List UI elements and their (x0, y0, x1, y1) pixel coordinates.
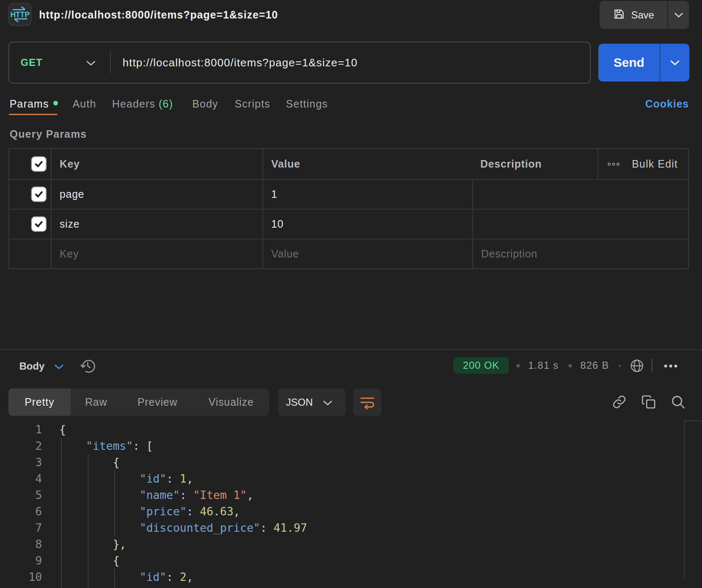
table-header-row: Key Value Description Bulk Edit (9, 149, 688, 179)
request-url-bar: GET http://localhost:8000/items?page=1&s… (8, 42, 591, 84)
row-checkbox-cell (9, 239, 51, 268)
row-checkbox-cell (9, 210, 51, 239)
format-select-label: JSON (286, 388, 313, 416)
editor-scrollbar-track[interactable] (684, 420, 685, 579)
send-button-label: Send (613, 55, 644, 70)
tab-headers[interactable]: Headers (6) (112, 97, 173, 111)
row-checkbox[interactable] (31, 216, 47, 232)
active-tab-underline (9, 114, 58, 115)
code-line-text: "id": 1, (59, 470, 193, 487)
chevron-down-icon[interactable] (54, 364, 64, 371)
param-description-cell[interactable] (472, 210, 688, 239)
status-badge[interactable]: 200 OK (453, 357, 509, 374)
tab-body[interactable]: Body (192, 97, 218, 111)
line-number: 1 (0, 421, 42, 438)
code-line-text: }, (59, 536, 126, 552)
column-header-key: Key (51, 149, 262, 179)
save-dropdown-button[interactable] (668, 1, 689, 29)
response-body-dropdown-label[interactable]: Body (19, 359, 45, 373)
line-number: 10 (0, 569, 42, 585)
svg-text:HTTP: HTTP (10, 10, 30, 19)
bulk-edit-button[interactable]: Bulk Edit (597, 149, 688, 179)
url-input[interactable]: http://localhost:8000/items?page=1&size=… (123, 42, 358, 83)
param-key-cell[interactable]: size (51, 210, 262, 239)
code-line: 5 "name": "Item 1", (0, 487, 702, 503)
wrap-text-button[interactable] (353, 388, 382, 416)
code-line-text: "items": [ (59, 438, 153, 454)
save-button[interactable]: Save (600, 1, 689, 29)
request-tabs: Params Auth Headers (6) Body Scripts Set… (0, 97, 702, 111)
column-header-description: Description (472, 149, 597, 179)
param-key-placeholder[interactable]: Key (51, 239, 262, 268)
save-icon (613, 8, 626, 22)
response-history-icon[interactable] (80, 358, 96, 374)
view-tab-visualize[interactable]: Visualize (193, 388, 269, 416)
header-checkbox-cell (9, 149, 51, 179)
chevron-down-icon (674, 13, 683, 18)
response-time[interactable]: 1.81 s (528, 357, 559, 374)
toolbar-separator (652, 359, 652, 373)
tab-scripts[interactable]: Scripts (235, 97, 270, 111)
editor-scrollbar-corner (684, 420, 702, 421)
view-tab-preview[interactable]: Preview (122, 388, 193, 416)
param-value-cell[interactable]: 10 (262, 210, 472, 239)
method-select[interactable]: GET (9, 42, 111, 83)
meta-separator-dot (618, 365, 621, 367)
code-line-text: { (59, 454, 120, 470)
checkmark-icon (36, 192, 42, 197)
view-tab-pretty[interactable]: Pretty (8, 388, 71, 416)
query-params-title: Query Params (10, 128, 87, 140)
code-line-text: "price": 46.63, (59, 503, 240, 520)
param-value-cell[interactable]: 1 (262, 180, 472, 209)
tab-settings[interactable]: Settings (286, 97, 328, 111)
checkmark-icon (36, 222, 42, 227)
code-line: 4 "id": 1, (0, 470, 702, 487)
chevron-down-icon (670, 60, 680, 66)
select-all-checkbox[interactable] (31, 156, 47, 172)
chevron-down-icon (86, 60, 96, 68)
code-line: 9 { (0, 552, 702, 569)
network-globe-icon[interactable] (629, 358, 645, 374)
chevron-down-icon (323, 400, 333, 407)
code-line: 2 "items": [ (0, 438, 702, 454)
param-row-empty: Key Value Description (9, 239, 688, 268)
tab-params[interactable]: Params (10, 97, 49, 111)
copy-link-icon[interactable] (611, 394, 627, 410)
indent-guide (114, 470, 115, 536)
row-checkbox[interactable] (31, 186, 47, 202)
code-line: 6 "price": 46.63, (0, 503, 702, 520)
line-number: 5 (0, 487, 42, 503)
response-more-options-icon[interactable] (664, 365, 677, 368)
param-row: page 1 (9, 179, 688, 209)
line-number: 2 (0, 438, 42, 454)
params-active-dot (53, 101, 58, 105)
param-description-cell[interactable] (472, 180, 688, 209)
send-button[interactable]: Send (598, 44, 689, 81)
send-button-main[interactable]: Send (598, 55, 660, 70)
code-line-text: { (59, 552, 120, 569)
save-button-main[interactable]: Save (600, 1, 667, 29)
indent-guide (61, 438, 62, 588)
line-number: 3 (0, 454, 42, 470)
more-options-icon (608, 163, 620, 166)
tab-auth[interactable]: Auth (73, 97, 96, 111)
param-key-cell[interactable]: page (51, 180, 262, 209)
cookies-link[interactable]: Cookies (645, 97, 689, 111)
search-response-icon[interactable] (670, 394, 686, 410)
section-divider[interactable] (0, 349, 702, 350)
view-tab-raw[interactable]: Raw (71, 388, 122, 416)
meta-separator-dot (568, 364, 572, 368)
line-number: 7 (0, 520, 42, 536)
param-description-placeholder[interactable]: Description (472, 239, 688, 268)
send-dropdown-button[interactable] (660, 60, 689, 66)
wrap-text-icon (359, 395, 375, 410)
copy-response-icon[interactable] (641, 394, 657, 410)
param-value-placeholder[interactable]: Value (262, 239, 472, 268)
response-size[interactable]: 826 B (580, 357, 609, 374)
code-line-text: "discounted_price": 41.97 (59, 520, 307, 536)
code-line: 7 "discounted_price": 41.97 (0, 520, 702, 536)
code-line-text: "id": 2, (59, 569, 193, 585)
code-line-text: { (59, 421, 66, 438)
response-body-editor[interactable]: 1{2 "items": [3 {4 "id": 1,5 "name": "It… (0, 420, 702, 588)
format-select[interactable]: JSON (278, 388, 346, 416)
